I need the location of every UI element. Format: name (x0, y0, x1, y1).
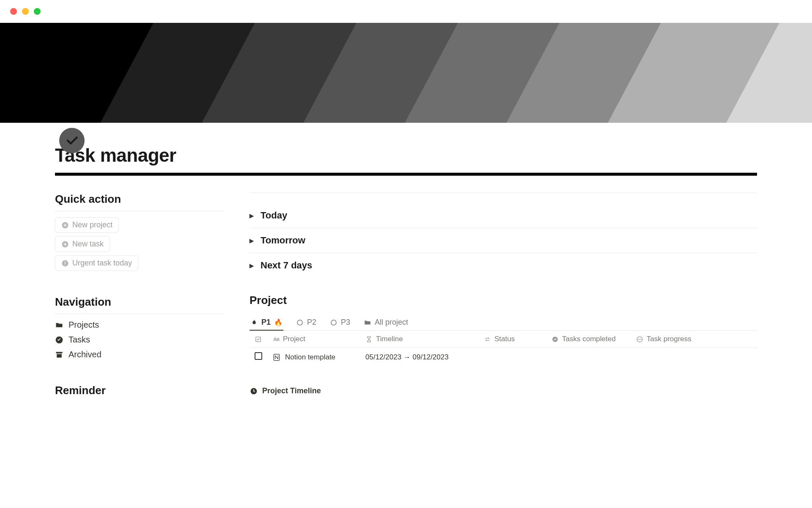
divider (250, 193, 757, 193)
circle-icon (296, 319, 304, 326)
column-timeline[interactable]: Timeline (360, 331, 479, 348)
tab-p3-label: P3 (341, 318, 350, 327)
page-icon[interactable] (59, 128, 85, 153)
column-status[interactable]: Status (479, 331, 546, 348)
check-circle-icon (55, 336, 63, 344)
tab-p1-label: P1 (261, 318, 271, 327)
progress-icon (636, 336, 643, 343)
tab-p3[interactable]: P3 (329, 315, 351, 330)
caret-right-icon: ▶ (250, 213, 254, 219)
project-tabs: P1 🔥 P2 P3 All project (250, 315, 757, 331)
divider (55, 211, 224, 211)
nav-tasks[interactable]: Tasks (55, 335, 224, 345)
column-progress[interactable]: Task progress (631, 331, 757, 348)
flame-icon (250, 319, 258, 326)
fire-emoji: 🔥 (274, 318, 283, 326)
project-timeline-label: Project Timeline (262, 387, 321, 395)
main-content: ▶ Today ▶ Tomorrow ▶ Next 7 days Project… (250, 193, 757, 402)
hourglass-icon (365, 336, 373, 343)
check-circle-icon (551, 336, 559, 343)
folder-icon (364, 319, 371, 326)
new-task-button[interactable]: New task (55, 236, 110, 252)
svg-point-4 (297, 320, 302, 325)
toggle-next7[interactable]: ▶ Next 7 days (250, 253, 757, 278)
circle-icon (330, 319, 337, 326)
nav-projects-label: Projects (69, 320, 99, 330)
navigation-heading: Navigation (55, 295, 224, 309)
page-title: Task manager (55, 145, 757, 166)
caret-right-icon: ▶ (250, 237, 254, 244)
tab-p2[interactable]: P2 (295, 315, 317, 330)
window-minimize-button[interactable] (22, 8, 29, 15)
window-chrome (0, 0, 812, 23)
column-project-label: Project (283, 335, 305, 343)
row-checkbox[interactable] (255, 352, 262, 360)
tab-p1[interactable]: P1 🔥 (250, 315, 283, 330)
nav-tasks-label: Tasks (69, 335, 90, 345)
nav-projects[interactable]: Projects (55, 320, 224, 330)
column-completed[interactable]: Tasks completed (546, 331, 631, 348)
reminder-heading: Reminder (55, 384, 224, 397)
clock-icon (250, 387, 258, 395)
alert-circle-icon (61, 260, 69, 267)
page-divider-bar (55, 173, 757, 176)
toggle-tomorrow-label: Tomorrow (261, 235, 305, 246)
column-project[interactable]: Project (267, 331, 360, 348)
project-timeline-link[interactable]: Project Timeline (250, 387, 757, 395)
archive-icon (55, 351, 63, 359)
row-timeline: 05/12/2023 → 09/12/2023 (360, 348, 479, 367)
divider (55, 314, 224, 314)
notion-page-icon (272, 353, 281, 362)
nav-archived[interactable]: Archived (55, 350, 224, 359)
plus-circle-icon (61, 240, 69, 248)
nav-archived-label: Archived (69, 350, 102, 359)
quick-action-heading: Quick action (55, 193, 224, 206)
folder-icon (55, 321, 63, 329)
tab-all-label: All project (375, 318, 408, 327)
table-row[interactable]: Notion template 05/12/2023 → 09/12/2023 (250, 348, 757, 367)
project-section-heading: Project (250, 294, 757, 307)
text-aa-icon (272, 336, 280, 343)
window-close-button[interactable] (10, 8, 17, 15)
svg-point-5 (331, 320, 336, 325)
toggle-today-label: Today (261, 210, 287, 221)
column-completed-label: Tasks completed (562, 335, 616, 343)
cover-image (0, 23, 812, 123)
tab-all-project[interactable]: All project (363, 315, 409, 330)
checkmark-icon (65, 133, 79, 148)
urgent-task-label: Urgent task today (72, 259, 132, 268)
toggle-tomorrow[interactable]: ▶ Tomorrow (250, 228, 757, 253)
urgent-task-button[interactable]: Urgent task today (55, 255, 138, 271)
toggle-next7-label: Next 7 days (261, 260, 312, 271)
new-task-label: New task (72, 240, 104, 248)
project-table: Project Timeline Statu (250, 331, 757, 366)
plus-circle-icon (61, 221, 69, 229)
page-body: Task manager Quick action New project Ne… (0, 145, 812, 402)
caret-right-icon: ▶ (250, 262, 254, 269)
row-name-label: Notion template (285, 353, 335, 362)
column-timeline-label: Timeline (376, 335, 403, 343)
toggle-today[interactable]: ▶ Today (250, 203, 757, 228)
tab-p2-label: P2 (307, 318, 316, 327)
column-progress-label: Task progress (647, 335, 691, 343)
new-project-button[interactable]: New project (55, 217, 119, 233)
window-zoom-button[interactable] (34, 8, 41, 15)
swap-icon (484, 336, 491, 343)
checkbox-header-icon (255, 336, 262, 343)
new-project-label: New project (72, 221, 112, 229)
sidebar: Quick action New project New task Urgent… (55, 193, 224, 402)
column-status-label: Status (494, 335, 515, 343)
column-checkbox[interactable] (250, 331, 267, 348)
